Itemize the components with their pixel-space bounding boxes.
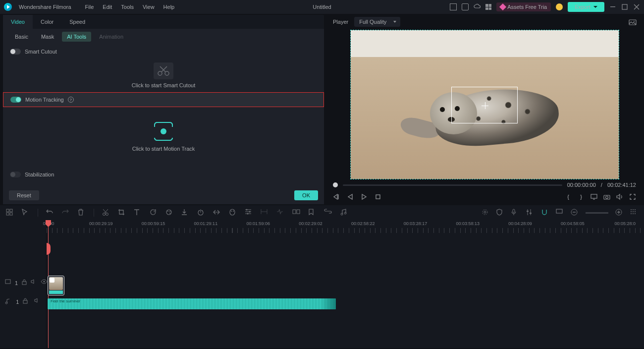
transition-icon[interactable]	[261, 209, 268, 217]
close-button[interactable]	[633, 3, 640, 10]
beat-icon[interactable]	[276, 209, 284, 217]
marker-icon[interactable]	[308, 209, 316, 217]
tab-color[interactable]: Color	[33, 15, 61, 29]
shield-icon[interactable]	[496, 209, 504, 217]
cursor-tool-icon[interactable]	[22, 209, 30, 217]
snap-icon[interactable]	[541, 209, 549, 217]
subtab-animation[interactable]: Animation	[94, 32, 128, 42]
color-icon[interactable]	[165, 209, 173, 217]
zoom-out-icon[interactable]	[571, 209, 579, 217]
smart-cutout-area[interactable]: Click to start Smart Cutout	[3, 58, 324, 92]
profile-icon[interactable]	[556, 3, 563, 10]
mic-icon[interactable]	[511, 209, 519, 217]
svg-point-19	[169, 213, 170, 214]
mixer-icon[interactable]	[526, 209, 534, 217]
timecode-current: 00:00:00:00	[567, 182, 596, 188]
minimize-button[interactable]	[609, 3, 616, 10]
rotate-icon[interactable]	[150, 209, 158, 217]
menu-tools[interactable]: Tools	[121, 4, 134, 10]
mute-icon[interactable]	[31, 279, 37, 287]
crop-icon[interactable]	[118, 209, 126, 217]
menu-view[interactable]: View	[143, 4, 155, 10]
menu-help[interactable]: Help	[163, 4, 175, 10]
track-headers: 1 1	[0, 220, 47, 348]
keyframe-icon[interactable]	[213, 209, 221, 217]
play-button[interactable]	[361, 193, 368, 200]
maximize-button[interactable]	[621, 3, 628, 10]
display-icon[interactable]	[590, 193, 597, 200]
adjust-icon[interactable]	[245, 209, 253, 217]
media-icon[interactable]	[462, 3, 469, 10]
menu-file[interactable]: File	[85, 4, 94, 10]
apps-icon[interactable]	[485, 4, 491, 10]
subtab-basic[interactable]: Basic	[10, 32, 33, 42]
scrub-handle[interactable]	[333, 182, 338, 187]
split-icon[interactable]	[102, 209, 110, 217]
list-icon[interactable]	[630, 209, 638, 217]
motion-tracker-box[interactable]	[451, 87, 518, 123]
audio-mute-icon[interactable]	[34, 298, 41, 306]
video-clip[interactable]	[48, 276, 64, 295]
audio-track-num: 1	[16, 299, 19, 305]
zoom-slider[interactable]	[586, 212, 608, 214]
smart-cutout-toggle[interactable]	[10, 49, 21, 55]
svg-rect-27	[293, 210, 296, 214]
download-icon[interactable]	[181, 209, 189, 217]
assets-pill[interactable]: Assets Free Tria	[496, 2, 551, 11]
gear-icon[interactable]	[482, 209, 489, 217]
motion-tracking-toggle[interactable]	[10, 97, 21, 103]
ruler-label: 00:02:58:22	[351, 221, 375, 226]
svg-rect-6	[376, 195, 380, 199]
ruler-label: 00:00:59:15	[142, 221, 165, 226]
menu-edit[interactable]: Edit	[103, 4, 112, 10]
tab-speed[interactable]: Speed	[61, 15, 93, 29]
subtab-ai-tools[interactable]: AI Tools	[62, 32, 91, 42]
export-button[interactable]: Export	[568, 2, 604, 12]
text-icon[interactable]	[134, 209, 142, 217]
timeline-tracks[interactable]: Feel the summer	[47, 234, 644, 348]
svg-point-22	[231, 211, 232, 212]
audio-lock-icon[interactable]	[23, 298, 30, 306]
assets-label: Assets Free Tria	[507, 4, 547, 10]
smart-cutout-header: Smart Cutout	[3, 45, 324, 58]
camera-icon[interactable]	[603, 193, 610, 200]
brace-close-icon[interactable]: }	[578, 193, 585, 200]
subtab-mask[interactable]: Mask	[36, 32, 59, 42]
prev-frame-button[interactable]	[333, 193, 340, 200]
undo-icon[interactable]	[46, 209, 54, 217]
zoom-in-icon[interactable]	[615, 209, 623, 217]
timeline-ruler[interactable]: 00:0000:00:29:1900:00:59:1500:01:29:1100…	[47, 220, 644, 234]
stabilization-toggle[interactable]	[10, 172, 21, 177]
speed-icon[interactable]	[197, 209, 205, 217]
tab-video[interactable]: Video	[3, 15, 33, 29]
fullscreen-icon[interactable]	[629, 193, 636, 200]
link-icon[interactable]	[324, 209, 332, 217]
svg-rect-1	[622, 4, 627, 9]
quality-dropdown[interactable]: Full Quality	[354, 17, 400, 27]
stop-button[interactable]	[375, 193, 381, 200]
music-icon[interactable]	[340, 209, 348, 217]
delete-icon[interactable]	[78, 209, 86, 217]
help-icon[interactable]: ?	[68, 97, 74, 103]
ok-button[interactable]: OK	[294, 190, 318, 200]
brace-open-icon[interactable]: {	[565, 193, 572, 200]
lock-icon[interactable]	[22, 279, 27, 287]
cloud-icon[interactable]	[474, 3, 481, 10]
motion-track-area[interactable]: Click to start Motion Track	[3, 107, 324, 167]
svg-point-40	[631, 211, 632, 212]
reset-button[interactable]: Reset	[9, 190, 39, 200]
volume-icon[interactable]	[616, 193, 623, 200]
preview-area[interactable]	[328, 29, 641, 180]
scissors-icon	[154, 62, 173, 79]
mask-icon[interactable]	[229, 209, 237, 217]
redo-icon[interactable]	[62, 209, 70, 217]
motion-track-icon	[154, 122, 173, 141]
select-tool-icon[interactable]	[6, 209, 14, 217]
play-backward-button[interactable]	[347, 193, 354, 200]
layout-icon[interactable]	[450, 3, 457, 10]
ratio-icon[interactable]	[556, 209, 564, 217]
group-icon[interactable]	[292, 209, 300, 217]
scrub-track[interactable]	[343, 184, 562, 186]
audio-clip[interactable]: Feel the summer	[48, 298, 336, 309]
snapshot-icon[interactable]	[629, 18, 636, 25]
